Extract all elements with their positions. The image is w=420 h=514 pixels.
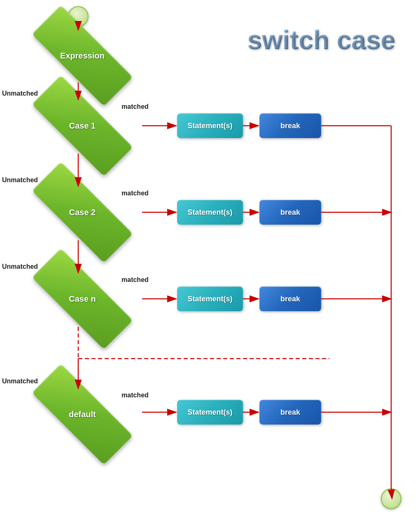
matched-label-1: matched: [121, 103, 149, 110]
expression-diamond: Expression: [23, 29, 142, 82]
statement-box-2: Statement(s): [177, 200, 243, 225]
break-box-default: break: [259, 400, 321, 425]
page-title: switch case: [247, 25, 395, 55]
matched-label-4: matched: [121, 392, 149, 399]
statement-box-n: Statement(s): [177, 286, 243, 311]
break-box-1: break: [259, 113, 321, 138]
end-circle: [381, 488, 401, 509]
matched-label-3: matched: [121, 276, 149, 284]
break-box-2: break: [259, 200, 321, 225]
matched-label-2: matched: [121, 190, 149, 197]
statement-box-1: Statement(s): [177, 113, 243, 138]
statement-box-default: Statement(s): [177, 400, 243, 425]
break-box-n: break: [259, 286, 321, 311]
unmatched-label-4: Unmatched: [2, 378, 38, 385]
unmatched-label-1: Unmatched: [2, 90, 38, 97]
unmatched-label-3: Unmatched: [2, 263, 38, 270]
unmatched-label-2: Unmatched: [2, 176, 38, 184]
